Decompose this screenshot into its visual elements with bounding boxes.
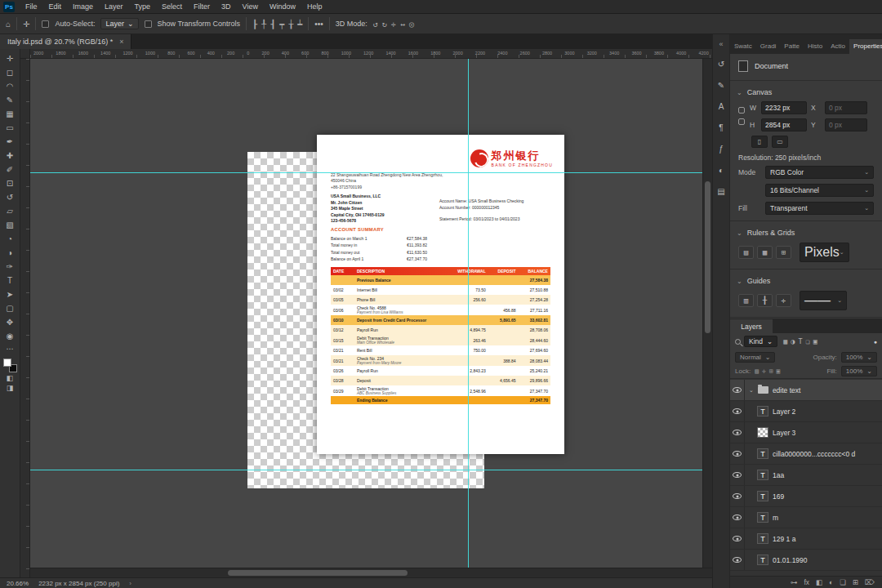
layer-row[interactable]: ⌄ T 01.01.1990	[730, 550, 882, 571]
align-icon[interactable]: ╁	[288, 20, 293, 29]
adjustments-panel-icon[interactable]: ◐	[715, 164, 728, 176]
layer-row[interactable]: ⌄ T Layer 2	[730, 401, 882, 422]
layers-action-icon[interactable]: ❏	[840, 578, 846, 586]
lock-icon[interactable]: ▨	[755, 368, 759, 375]
landscape-orientation-button[interactable]: ▭	[772, 136, 788, 148]
glyphs-panel-icon[interactable]: ƒ	[715, 143, 728, 154]
zoom-level[interactable]: 20.66%	[7, 580, 29, 587]
visibility-toggle[interactable]	[730, 507, 745, 528]
3d-mode-icon[interactable]: ↻	[382, 20, 387, 29]
move-tool[interactable]: ✛	[2, 51, 19, 65]
horizontal-scrollbar[interactable]	[20, 568, 712, 577]
layers-action-icon[interactable]: ◧	[816, 578, 822, 586]
visibility-toggle[interactable]	[730, 465, 745, 485]
layer-filter-type-icon[interactable]: ▣	[813, 337, 817, 345]
status-menu-arrow-icon[interactable]: ›	[129, 580, 131, 587]
filter-toggle-icon[interactable]: ●	[874, 339, 877, 345]
quick-mask-icon[interactable]: ◧	[7, 374, 14, 382]
layer-filter-type-icon[interactable]: ◑	[791, 337, 795, 345]
layer-row[interactable]: ⌄ T 129 1 a	[730, 528, 882, 550]
healing-brush-tool[interactable]: ✚	[2, 149, 19, 163]
ruler-grid-toggle-button[interactable]: ▤	[738, 246, 754, 259]
layer-row[interactable]: ⌄ T cilla0000000...ccccccc<0 d	[730, 443, 882, 465]
menu-item[interactable]: Help	[301, 1, 328, 12]
panel-tab[interactable]: Swatc	[730, 39, 756, 54]
align-icon[interactable]: ┯	[279, 20, 284, 29]
auto-select-dropdown[interactable]: Layer ⌄	[100, 18, 138, 29]
lock-icon[interactable]: ✛	[762, 368, 766, 375]
bit-depth-dropdown[interactable]: 16 Bits/Channel ⌄	[765, 184, 874, 197]
home-icon[interactable]: ⌂	[6, 20, 11, 29]
link-dimensions-icon[interactable]	[738, 104, 744, 128]
filter-kind-dropdown[interactable]: Kind ⌄	[744, 336, 777, 347]
panel-tab[interactable]: Gradi	[756, 39, 781, 54]
layer-name[interactable]: 129 1 a	[773, 535, 795, 543]
chevron-down-icon[interactable]: ⌄	[749, 387, 754, 394]
layer-row[interactable]: ⌄ T 1aa	[730, 465, 882, 486]
layer-name[interactable]: m	[773, 514, 778, 522]
zoom-tool[interactable]: ◉	[2, 329, 19, 343]
units-dropdown[interactable]: Pixels ⌄	[800, 243, 849, 262]
lasso-tool[interactable]: ◠	[2, 79, 19, 93]
eraser-tool[interactable]: ▱	[2, 204, 19, 218]
vertical-guide[interactable]	[468, 59, 469, 568]
color-mode-dropdown[interactable]: RGB Color ⌄	[765, 166, 874, 179]
dodge-tool[interactable]: ◑	[2, 246, 19, 260]
ruler-grid-toggle-button[interactable]: ▦	[757, 246, 773, 259]
panel-tab[interactable]: Patte	[780, 39, 804, 54]
layer-row[interactable]: ⌄ T Layer 3	[730, 422, 882, 443]
menu-item[interactable]: Edit	[43, 1, 68, 12]
menu-item[interactable]: Select	[156, 1, 188, 12]
layers-action-icon[interactable]: ◐	[829, 578, 833, 586]
shape-tool[interactable]: ▢	[2, 301, 19, 315]
collapse-panels-icon[interactable]: «	[719, 40, 723, 48]
canvas-fill-dropdown[interactable]: Transparent ⌄	[765, 202, 874, 215]
hand-tool[interactable]: ✥	[2, 315, 19, 329]
brush-settings-panel-icon[interactable]: ✎	[715, 79, 728, 91]
panel-tab[interactable]: Histo	[804, 39, 826, 54]
layer-name[interactable]: 01.01.1990	[773, 556, 808, 564]
lock-icon[interactable]: ⊞	[769, 368, 773, 375]
eyedropper-tool[interactable]: ✒	[2, 135, 19, 149]
3d-mode-icon[interactable]: ↺	[373, 20, 378, 29]
color-swatches[interactable]	[3, 359, 17, 372]
layers-action-icon[interactable]: ⌦	[865, 578, 875, 586]
menu-item[interactable]: View	[237, 1, 264, 12]
pen-tool[interactable]: ✑	[2, 260, 19, 274]
rulers-grids-section-header[interactable]: ⌄ Rulers & Grids	[730, 225, 882, 241]
guide-toggle-button[interactable]: ✛	[776, 294, 791, 307]
opacity-dropdown[interactable]: 100% ⌄	[841, 352, 877, 363]
scrollbar-thumb[interactable]	[705, 181, 710, 334]
libraries-panel-icon[interactable]: ▤	[715, 185, 728, 197]
menu-item[interactable]: 3D	[216, 1, 237, 12]
layer-name[interactable]: 169	[773, 492, 784, 501]
tab-properties[interactable]: Properties	[849, 39, 882, 54]
menu-item[interactable]: Filter	[188, 1, 216, 12]
layers-action-icon[interactable]: ⊞	[853, 578, 858, 586]
auto-select-checkbox[interactable]	[42, 20, 49, 28]
move-tool-icon[interactable]: ✛	[23, 20, 29, 29]
frame-tool[interactable]: ▭	[2, 121, 19, 135]
fill-dropdown[interactable]: 100% ⌄	[841, 366, 877, 376]
align-icon[interactable]: ┠	[252, 20, 257, 29]
vertical-ruler[interactable]	[20, 59, 30, 577]
layer-name[interactable]: cilla0000000...ccccccc<0 d	[773, 450, 855, 458]
align-icon[interactable]: ┷	[297, 20, 302, 29]
height-field[interactable]: 2854 px	[761, 118, 807, 131]
menu-item[interactable]: File	[20, 1, 43, 12]
foreground-color-swatch[interactable]	[3, 359, 11, 367]
guide-toggle-button[interactable]: ▥	[738, 294, 754, 307]
3d-mode-icon[interactable]: ↔	[400, 20, 405, 29]
visibility-toggle[interactable]	[730, 380, 745, 400]
menu-item[interactable]: Layer	[99, 1, 129, 12]
guides-section-header[interactable]: ⌄ Guides	[730, 273, 882, 289]
menu-item[interactable]: Type	[129, 1, 157, 12]
layers-action-icon[interactable]: fx	[804, 578, 809, 586]
lock-icon[interactable]: ▣	[777, 368, 781, 375]
panel-tab[interactable]: Actio	[826, 39, 849, 54]
blend-mode-dropdown[interactable]: Normal ⌄	[735, 352, 775, 363]
layer-row[interactable]: ⌄ T edite text	[730, 380, 882, 401]
layers-action-icon[interactable]: ⊶	[791, 578, 798, 586]
menu-item[interactable]: Image	[67, 1, 99, 12]
width-field[interactable]: 2232 px	[761, 101, 807, 114]
